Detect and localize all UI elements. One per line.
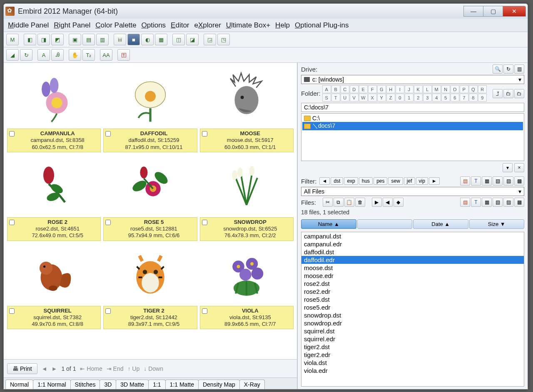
col-date[interactable]: Date ▲ (413, 219, 468, 229)
filter-chip[interactable]: vip (416, 177, 428, 185)
alpha-key[interactable]: 0 (396, 94, 404, 102)
alpha-key[interactable]: G (377, 85, 386, 93)
alpha-key[interactable]: L (423, 85, 432, 93)
file-row[interactable]: squirrel.dst (301, 327, 524, 335)
tool-button[interactable]: ◲ (204, 34, 216, 45)
drive-icon[interactable]: ▥ (514, 65, 524, 74)
col-size[interactable]: Size ▼ (469, 219, 525, 229)
alpha-key[interactable]: N (441, 85, 450, 93)
alpha-key[interactable]: M (432, 85, 441, 93)
file-row[interactable]: rose5.dst (301, 295, 524, 303)
menu-ultimate-box-[interactable]: Ultimate Box+ (226, 21, 270, 30)
collapse-icon[interactable]: ▾ (503, 163, 513, 172)
folder-tree[interactable]: C:\＼docs\7 (301, 113, 524, 161)
tab-1-1[interactable]: 1:1 (148, 380, 165, 389)
tool-button[interactable]: ↻ (20, 49, 32, 61)
filter-chip[interactable]: dst (331, 177, 343, 185)
nav-down[interactable]: ↓ Down (144, 365, 163, 372)
menu-explorer[interactable]: eXplorer (194, 21, 221, 30)
close-button[interactable]: ✕ (503, 6, 526, 17)
thumbnail-cell[interactable]: CAMPANULAcampanul.dst, St:835860.0x62.5 … (7, 66, 101, 152)
file-row[interactable]: moose.edr (301, 272, 524, 280)
thumbnail-checkbox[interactable] (105, 220, 111, 225)
tool-button[interactable]: ▥ (96, 34, 109, 45)
file-row[interactable]: campanul.edr (301, 240, 524, 248)
tool-button[interactable]: M (6, 34, 19, 45)
tool-button[interactable]: T₂ (82, 49, 95, 61)
view-icon[interactable]: ▧ (493, 198, 503, 207)
file-row[interactable]: viola.dst (301, 359, 524, 367)
thumbnail-cell[interactable]: ROSE 5rose5.dst, St:1288195.7x94.9 mm, C… (103, 155, 197, 241)
alpha-key[interactable]: U (341, 94, 349, 102)
tool-button[interactable]: ■ (127, 34, 140, 45)
file-row[interactable]: tiger2.edr (301, 351, 524, 359)
tab-normal[interactable]: Normal (5, 380, 33, 389)
menu-middle-panel[interactable]: Middle Panel (8, 21, 49, 30)
folder-new-icon[interactable]: 🗀 (514, 89, 524, 98)
alpha-key[interactable]: E (359, 85, 368, 93)
view-icon[interactable]: ▤ (460, 198, 470, 207)
alpha-key[interactable]: 1 (405, 94, 413, 102)
tab-1-1-matte[interactable]: 1:1 Matte (165, 380, 199, 389)
tab-1-1-normal[interactable]: 1:1 Normal (33, 380, 70, 389)
filter-chip[interactable]: jef (404, 177, 415, 185)
tree-node[interactable]: ＼docs\7 (302, 122, 523, 130)
alpha-key[interactable]: J (405, 85, 413, 93)
delete-icon[interactable]: 🗑 (355, 198, 365, 207)
filter-chip[interactable]: ► (429, 177, 440, 185)
alpha-key[interactable]: V (350, 94, 359, 102)
alpha-key[interactable]: 9 (478, 94, 487, 102)
tool-button[interactable]: ▣ (69, 34, 81, 45)
thumbnail-cell[interactable]: DAFFODILdaffodil.dst, St:1525987.1x95.0 … (103, 66, 197, 152)
tool-button[interactable]: Ꭿ (51, 49, 64, 61)
page-prev[interactable]: ◄ (42, 365, 47, 372)
view-icon[interactable]: ▨ (503, 176, 513, 186)
tool-button[interactable]: AA (100, 49, 112, 61)
thumbnail-checkbox[interactable] (9, 131, 15, 136)
tab-3d-matte[interactable]: 3D Matte (116, 380, 149, 389)
alpha-key[interactable]: 8 (469, 94, 478, 102)
action-icon[interactable]: ◆ (394, 198, 403, 207)
thumbnail-checkbox[interactable] (105, 308, 111, 314)
alpha-key[interactable]: P (460, 85, 468, 93)
view-icon[interactable]: ▦ (482, 198, 492, 207)
tool-button[interactable]: ◨ (37, 34, 50, 45)
file-row[interactable]: daffodil.dst (301, 248, 524, 256)
tool-button[interactable]: ◐ (141, 34, 154, 45)
alpha-key[interactable]: H (386, 85, 395, 93)
file-row[interactable]: snowdrop.dst (301, 311, 524, 319)
filter-chip[interactable]: exp (344, 177, 358, 185)
alpha-key[interactable]: T (331, 94, 340, 102)
file-row[interactable]: tiger2.dst (301, 343, 524, 351)
alpha-key[interactable]: X (368, 94, 377, 102)
alpha-key[interactable]: Q (469, 85, 478, 93)
file-row[interactable]: moose.dst (301, 264, 524, 272)
menu-options[interactable]: Options (141, 21, 166, 30)
page-next[interactable]: ► (52, 365, 57, 372)
menu-optional-plug-ins[interactable]: Optional Plug-ins (295, 21, 349, 30)
file-row[interactable]: rose5.edr (301, 303, 524, 311)
alpha-key[interactable]: 6 (451, 94, 459, 102)
tool-button[interactable]: ◢ (6, 49, 19, 61)
file-row[interactable]: daffodil.edr (301, 256, 524, 264)
tab-x-ray[interactable]: X-Ray (239, 380, 265, 389)
folder-icon[interactable]: 🗀 (503, 89, 513, 98)
alpha-key[interactable]: F (368, 85, 377, 93)
file-row[interactable]: viola.edr (301, 367, 524, 375)
drive-select[interactable]: c: [windows]▾ (301, 75, 524, 84)
tool-button[interactable]: ◪ (186, 34, 199, 45)
alpha-key[interactable]: A (322, 85, 331, 93)
view-icon[interactable]: T (471, 198, 481, 207)
tree-node[interactable]: C:\ (302, 114, 523, 122)
search-icon[interactable]: 🔍 (493, 65, 503, 74)
tool-button[interactable]: A (37, 49, 50, 61)
filter-chip[interactable]: sew (388, 177, 403, 185)
alpha-key[interactable]: 7 (460, 94, 468, 102)
close-panel-icon[interactable]: × (514, 163, 524, 172)
menu-help[interactable]: Help (275, 21, 290, 30)
thumbnail-cell[interactable]: SQUIRRELsquirrel.dst, St:738249.9x70.6 m… (7, 243, 101, 330)
tab-3d[interactable]: 3D (100, 380, 116, 389)
print-button[interactable]: 🖶 Print (7, 363, 37, 374)
thumbnail-checkbox[interactable] (202, 220, 207, 225)
thumbnail-checkbox[interactable] (9, 308, 15, 314)
